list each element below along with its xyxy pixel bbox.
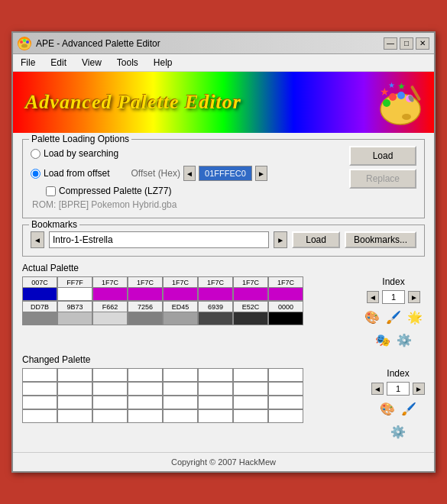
load-button[interactable]: Load bbox=[349, 146, 416, 166]
actual-remove-button[interactable]: ⚙️ bbox=[394, 330, 414, 350]
menu-file[interactable]: File bbox=[16, 56, 40, 69]
minimize-button[interactable]: — bbox=[384, 37, 397, 50]
radio-load-by-searching[interactable]: Load by searching bbox=[31, 148, 118, 159]
changed-index-input[interactable]: 1 bbox=[387, 382, 410, 396]
changed-eraser-button[interactable]: ⚙️ bbox=[388, 422, 408, 441]
maximize-button[interactable]: □ bbox=[400, 37, 413, 50]
actual-index-input[interactable]: 1 bbox=[382, 290, 405, 304]
actual-cell-2[interactable]: 1F7C bbox=[92, 276, 128, 301]
changed-cell-r2-1[interactable] bbox=[57, 382, 92, 396]
bookmark-next-button[interactable]: ► bbox=[274, 231, 287, 248]
bookmark-input[interactable]: Intro-1-Estrella bbox=[49, 231, 269, 248]
actual-cell-6[interactable]: 1F7C bbox=[233, 276, 268, 301]
status-bar: Copyright © 2007 HackMew bbox=[13, 452, 434, 471]
changed-cell-r2-0[interactable] bbox=[22, 382, 57, 396]
changed-cell-r1-6[interactable] bbox=[233, 368, 268, 382]
changed-cell-r3-5[interactable] bbox=[198, 396, 233, 409]
actual-hex-14: E52C bbox=[233, 301, 268, 312]
actual-cell-11[interactable]: 7256 bbox=[128, 301, 163, 325]
hex-prev-button[interactable]: ◄ bbox=[183, 166, 196, 181]
changed-cell-r3-1[interactable] bbox=[57, 396, 92, 409]
close-button[interactable]: ✕ bbox=[416, 37, 429, 50]
changed-cell-r1-4[interactable] bbox=[163, 368, 198, 382]
actual-paint-button[interactable]: 🎨 bbox=[362, 307, 382, 327]
changed-cell-r1-7[interactable] bbox=[268, 368, 303, 382]
actual-cell-3[interactable]: 1F7C bbox=[128, 276, 163, 301]
menu-edit[interactable]: Edit bbox=[46, 56, 71, 69]
changed-copy-button[interactable]: 🖌️ bbox=[399, 399, 419, 418]
actual-color-11 bbox=[128, 312, 163, 325]
actual-add-button[interactable]: 🌟 bbox=[405, 307, 425, 327]
changed-paint-button[interactable]: 🎨 bbox=[377, 399, 397, 418]
actual-index-nav: ◄ 1 ► bbox=[367, 290, 420, 304]
changed-cell-r4-0[interactable] bbox=[22, 409, 57, 423]
bookmark-load-button[interactable]: Load bbox=[292, 231, 340, 248]
actual-color-4 bbox=[163, 287, 198, 301]
svg-point-9 bbox=[397, 92, 405, 99]
actual-copy-button[interactable]: 🖌️ bbox=[384, 307, 403, 327]
changed-cell-r3-7[interactable] bbox=[268, 396, 303, 409]
replace-button[interactable]: Replace bbox=[349, 169, 416, 189]
changed-cell-r4-3[interactable] bbox=[128, 409, 163, 423]
changed-index-next[interactable]: ► bbox=[413, 383, 425, 395]
actual-icon-row-2: 🎭 ⚙️ bbox=[373, 330, 414, 350]
actual-cell-5[interactable]: 1F7C bbox=[198, 276, 233, 301]
changed-cell-r1-3[interactable] bbox=[128, 368, 163, 382]
radio-load-from-offset[interactable]: Load from offset bbox=[31, 168, 110, 179]
actual-cell-4[interactable]: 1F7C bbox=[163, 276, 198, 301]
changed-cell-r1-2[interactable] bbox=[92, 368, 128, 382]
actual-eraser-button[interactable]: 🎭 bbox=[373, 330, 393, 350]
bookmarks-manage-button[interactable]: Bookmarks... bbox=[345, 231, 416, 248]
changed-cell-r4-2[interactable] bbox=[92, 409, 128, 423]
bookmark-prev-button[interactable]: ◄ bbox=[31, 231, 44, 248]
changed-cell-r3-2[interactable] bbox=[92, 396, 128, 409]
hex-offset-input[interactable]: 01FFFEC0 bbox=[199, 166, 252, 181]
changed-cell-r1-5[interactable] bbox=[198, 368, 233, 382]
actual-cell-1[interactable]: FF7F bbox=[57, 276, 92, 301]
actual-hex-3: 1F7C bbox=[128, 276, 163, 287]
changed-cell-r2-6[interactable] bbox=[233, 382, 268, 396]
changed-cell-r2-4[interactable] bbox=[163, 382, 198, 396]
changed-cell-r4-4[interactable] bbox=[163, 409, 198, 423]
actual-cell-14[interactable]: E52C bbox=[233, 301, 268, 325]
actual-palette-controls: Index ◄ 1 ► 🎨 🖌️ 🌟 🎭 ⚙️ bbox=[362, 276, 425, 350]
radio-offset-input[interactable] bbox=[31, 169, 40, 179]
actual-hex-4: 1F7C bbox=[163, 276, 198, 287]
actual-cell-10[interactable]: F662 bbox=[92, 301, 128, 325]
actual-index-prev[interactable]: ◄ bbox=[367, 291, 379, 303]
compressed-checkbox[interactable] bbox=[46, 186, 56, 196]
radio-searching-input[interactable] bbox=[31, 149, 40, 159]
changed-cell-r2-2[interactable] bbox=[92, 382, 128, 396]
changed-cell-r3-3[interactable] bbox=[128, 396, 163, 409]
changed-cell-r2-5[interactable] bbox=[198, 382, 233, 396]
changed-cell-r4-7[interactable] bbox=[268, 409, 303, 423]
banner: Advanced Palette Editor ★ ★ ★ bbox=[13, 72, 434, 133]
changed-cell-r4-5[interactable] bbox=[198, 409, 233, 423]
compressed-label: Compressed Palette (LZ77) bbox=[59, 186, 171, 196]
changed-cell-r1-1[interactable] bbox=[57, 368, 92, 382]
actual-cell-15[interactable]: 0000 bbox=[268, 301, 303, 325]
changed-cell-r3-4[interactable] bbox=[163, 396, 198, 409]
svg-text:★: ★ bbox=[388, 82, 395, 89]
actual-cell-8[interactable]: DD7B bbox=[22, 301, 57, 325]
menu-tools[interactable]: Tools bbox=[112, 56, 143, 69]
changed-cell-r3-6[interactable] bbox=[233, 396, 268, 409]
changed-cell-r2-7[interactable] bbox=[268, 382, 303, 396]
changed-cell-r4-1[interactable] bbox=[57, 409, 92, 423]
actual-cell-7[interactable]: 1F7C bbox=[268, 276, 303, 301]
menu-view[interactable]: View bbox=[77, 56, 106, 69]
changed-cell-r4-6[interactable] bbox=[233, 409, 268, 423]
actual-cell-12[interactable]: ED45 bbox=[163, 301, 198, 325]
changed-cell-r3-0[interactable] bbox=[22, 396, 57, 409]
actual-cell-0[interactable]: 007C bbox=[22, 276, 57, 301]
changed-cell-r1-0[interactable] bbox=[22, 368, 57, 382]
actual-index-next[interactable]: ► bbox=[408, 291, 420, 303]
hex-next-button[interactable]: ► bbox=[255, 166, 267, 181]
changed-cell-r2-3[interactable] bbox=[128, 382, 163, 396]
offset-hex-label: Offset (Hex) bbox=[131, 168, 180, 179]
changed-index-prev[interactable]: ◄ bbox=[371, 383, 384, 395]
actual-cell-9[interactable]: 9B73 bbox=[57, 301, 92, 325]
menu-help[interactable]: Help bbox=[149, 56, 177, 69]
actual-cell-13[interactable]: 6939 bbox=[198, 301, 233, 325]
svg-text:★: ★ bbox=[397, 82, 406, 92]
